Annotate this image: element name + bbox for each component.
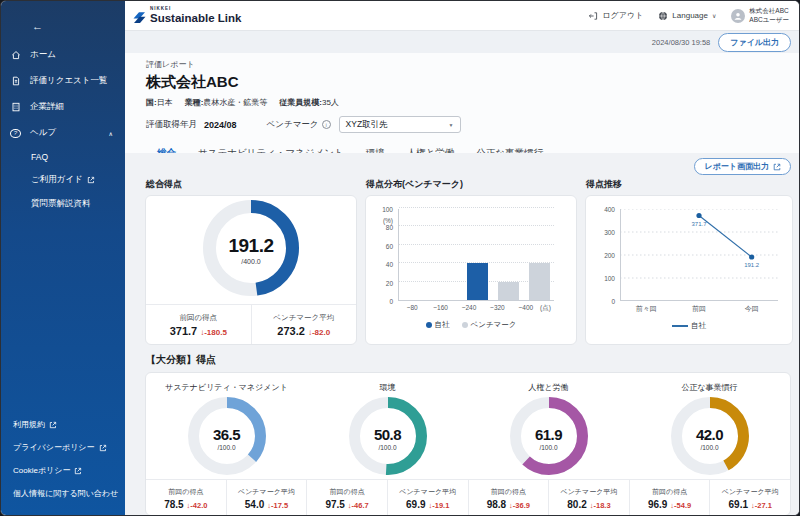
- meta-label: 従業員規模:: [279, 98, 322, 107]
- chevron-up-icon: ∧: [109, 130, 113, 137]
- meta-value: 日本: [157, 98, 173, 107]
- report-export-button[interactable]: レポート画面出力: [694, 158, 791, 175]
- sidebar-subitem-question-guide[interactable]: 質問票解説資料: [1, 192, 125, 216]
- select-caret-icon: ▼: [449, 122, 454, 128]
- score-distribution-card: 020406080100(%) ~80~160~240~320~400(点) 自…: [365, 195, 577, 345]
- sidebar-item-label: ヘルプ: [30, 127, 100, 139]
- sidebar-item-company-detail[interactable]: 企業詳細: [1, 94, 125, 120]
- sidebar-item-home[interactable]: ホーム: [1, 42, 125, 68]
- app-window: ← ホーム 評価リクエスト一覧 企業詳細 ?: [0, 0, 800, 516]
- report-header: 評価レポート 株式会社ABC 国:日本 業種:農林水産・鉱業等 従業員規模:35…: [125, 53, 799, 153]
- building-icon: [10, 102, 21, 113]
- category-environment: 環境 50.8 /100.0: [307, 373, 468, 479]
- report-controls: 評価取得年月 2024/08 ベンチマーク i XYZ取引先 ▼: [146, 116, 791, 133]
- account-user: ABCユーザー: [749, 16, 789, 25]
- delta-down: ↓-180.5: [200, 328, 227, 337]
- benchmark-average-stat: ベンチマーク平均 80.2↓-18.3: [548, 480, 629, 515]
- sidebar-item-label: ホーム: [30, 49, 117, 61]
- category-sustainability: サステナビリティ・マネジメント 36.5 /100.0: [146, 373, 307, 479]
- benchmark-average-stat: ベンチマーク平均 273.2↓-82.0: [251, 305, 357, 344]
- document-icon: [10, 76, 21, 87]
- sidebar-item-requests[interactable]: 評価リクエスト一覧: [1, 68, 125, 94]
- card-title-score-distribution: 得点分布(ベンチマーク): [366, 178, 577, 191]
- brand-label: Sustainable Link: [150, 13, 241, 25]
- data-point: [749, 254, 754, 259]
- external-link-icon: [99, 444, 107, 452]
- delta-down: ↓-82.0: [308, 328, 330, 337]
- info-icon[interactable]: i: [322, 120, 331, 129]
- section-heading-major-categories: 【大分類】得点: [146, 353, 791, 367]
- legend-item: 自社: [426, 320, 450, 330]
- previous-score-stat: 前回の得点 96.9↓-54.9: [629, 480, 710, 515]
- svg-text:191.2: 191.2: [744, 262, 760, 268]
- bar-~320: [498, 282, 519, 300]
- bar-xlabels: ~80~160~240~320~400(点): [398, 301, 554, 313]
- overall-score-value: 191.2: [228, 235, 273, 257]
- footer-link-terms[interactable]: 利用規約: [13, 413, 117, 436]
- benchmark-label: ベンチマーク: [267, 119, 319, 131]
- main-area: NIKKEI Sustainable Link ログアウト Language ∨: [125, 1, 799, 515]
- avatar: [731, 9, 745, 23]
- sidebar-spacer: [1, 216, 125, 413]
- account-company: 株式会社ABC: [749, 7, 789, 16]
- category-donut-environment: 50.8 /100.0: [349, 397, 427, 479]
- line-xlabels: 前々回前回今回: [620, 301, 778, 314]
- category-donut-sustainability: 36.5 /100.0: [188, 397, 266, 479]
- file-output-button[interactable]: ファイル出力: [718, 33, 791, 52]
- sidebar: ← ホーム 評価リクエスト一覧 企業詳細 ?: [1, 1, 125, 515]
- person-icon: [733, 11, 743, 21]
- benchmark-average-stat: ベンチマーク平均 69.9↓-19.1: [387, 480, 468, 515]
- globe-icon: [658, 11, 668, 21]
- card-title-overall-score: 総合得点: [146, 178, 357, 191]
- sidebar-footer: 利用規約 プライバシーポリシー Cookieポリシー 個人情報に関する問い合わせ: [1, 413, 125, 515]
- language-selector[interactable]: Language ∨: [658, 11, 716, 21]
- footer-link-cookie[interactable]: Cookieポリシー: [13, 459, 117, 482]
- category-stats-row: 前回の得点 78.5↓-42.0 ベンチマーク平均 54.0↓-17.5 前回の…: [146, 479, 790, 515]
- benchmark-select[interactable]: XYZ取引先 ▼: [339, 116, 461, 133]
- benchmark-average-stat: ベンチマーク平均 69.1↓-27.1: [709, 480, 790, 515]
- benchmark-average-stat: ベンチマーク平均 54.0↓-17.5: [226, 480, 307, 515]
- page-title: 株式会社ABC: [146, 73, 791, 92]
- sidebar-item-label: 企業詳細: [30, 101, 117, 113]
- footer-link-personal-info[interactable]: 個人情報に関する問い合わせ: [13, 482, 117, 505]
- bar-plot: [398, 209, 554, 301]
- back-arrow-icon[interactable]: ←: [32, 20, 43, 32]
- sidebar-subitem-guide[interactable]: ご利用ガイド: [1, 168, 125, 192]
- sidebar-subitem-label: FAQ: [31, 152, 48, 162]
- legend-item: ベンチマーク: [462, 320, 517, 330]
- previous-score-stat: 前回の得点 97.5↓-46.7: [306, 480, 387, 515]
- account-menu[interactable]: 株式会社ABC ABCユーザー: [731, 7, 789, 25]
- sidebar-item-help[interactable]: ? ヘルプ ∧: [1, 120, 125, 146]
- sidebar-item-label: 評価リクエスト一覧: [30, 75, 117, 87]
- overall-score-card: 191.2 /400.0 前回の得点 371.7↓-180.5: [145, 195, 357, 345]
- sidebar-subitem-faq[interactable]: FAQ: [1, 146, 125, 168]
- period-label: 評価取得年月: [146, 119, 197, 131]
- external-link-icon: [49, 421, 57, 429]
- overall-score-max: /400.0: [241, 258, 260, 265]
- bar-~400: [529, 263, 550, 300]
- line-legend: 自社: [596, 321, 782, 331]
- sidebar-collapse[interactable]: ←: [1, 1, 125, 42]
- line-plot: 371.7191.2: [620, 209, 778, 301]
- export-row: レポート画面出力: [145, 156, 791, 176]
- logout-button[interactable]: ログアウト: [588, 10, 643, 21]
- external-link-icon: [74, 467, 82, 475]
- company-meta: 国:日本 業種:農林水産・鉱業等 従業員規模:35人: [146, 97, 791, 108]
- data-point: [696, 213, 701, 218]
- sidebar-subitem-label: ご利用ガイド: [31, 174, 83, 186]
- category-donut-fair-business: 42.0 /100.0: [671, 397, 749, 479]
- svg-text:371.7: 371.7: [691, 221, 707, 227]
- sidebar-nav: ホーム 評価リクエスト一覧 企業詳細 ? ヘルプ ∧ FAQ: [1, 42, 125, 216]
- home-icon: [10, 50, 21, 61]
- bar-~240: [467, 263, 488, 300]
- meta-label: 業種:: [185, 98, 204, 107]
- footer-link-privacy[interactable]: プライバシーポリシー: [13, 436, 117, 459]
- bar-ylabels: 020406080100(%): [376, 209, 398, 301]
- category-human-rights: 人権と労働 61.9 /100.0: [468, 373, 629, 479]
- bar-legend: 自社ベンチマーク: [376, 320, 566, 330]
- timestamp: 2024/08/30 19:58: [652, 38, 710, 47]
- overall-score-donut: 191.2 /400.0: [203, 200, 299, 300]
- category-donut-human-rights: 61.9 /100.0: [510, 397, 588, 479]
- help-icon: ?: [10, 129, 21, 138]
- score-trend-card: 0100200300400 371.7191.2 前々回前回今回 自社: [585, 195, 793, 345]
